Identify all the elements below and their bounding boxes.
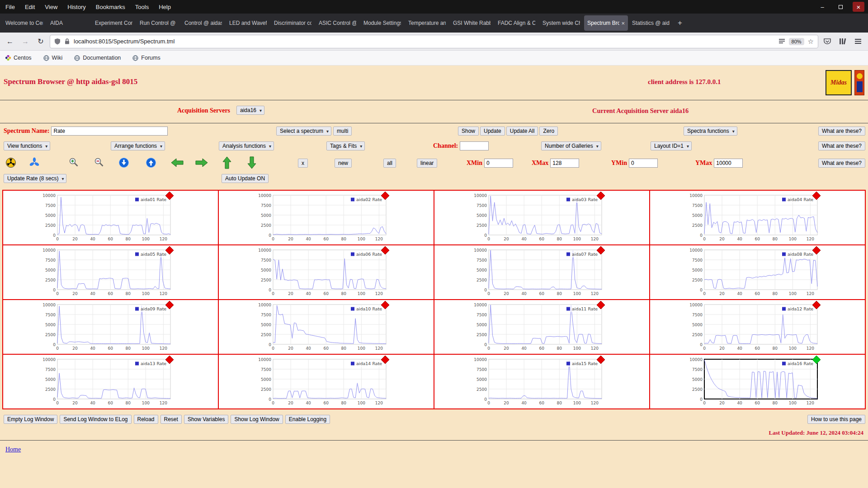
ymin-input[interactable] [629, 159, 658, 168]
gallery-cell-aida09[interactable]: 025005000750010000020406080100120aida09 … [3, 300, 219, 355]
reload-button[interactable]: Reload [134, 415, 158, 424]
zoom-in-icon[interactable] [69, 157, 79, 167]
analysis-functions-dropdown[interactable]: Analysis functions [219, 141, 274, 150]
menu-edit[interactable]: Edit [25, 4, 35, 10]
gallery-cell-aida06[interactable]: 025005000750010000020406080100120aida06 … [219, 245, 434, 300]
tab-4[interactable]: Run Control @ a [137, 15, 180, 31]
gallery-cell-aida14[interactable]: 025005000750010000020406080100120aida14 … [219, 355, 434, 409]
tab-11[interactable]: GSI White Rabb [450, 15, 494, 31]
send-log-window-to-elog-button[interactable]: Send Log Window to ELog [60, 415, 131, 424]
tab-12[interactable]: FADC Align & C [495, 15, 538, 31]
gallery-cell-aida10[interactable]: 025005000750010000020406080100120aida10 … [219, 300, 434, 355]
gallery-cell-aida13[interactable]: 025005000750010000020406080100120aida13 … [3, 355, 219, 409]
arrow-left-icon[interactable] [171, 158, 184, 167]
menu-view[interactable]: View [45, 4, 57, 10]
scroll-up-circle-icon[interactable] [146, 157, 156, 168]
minimize-button[interactable] [816, 2, 828, 12]
tab-13[interactable]: System wide Ch [539, 15, 583, 31]
view-functions-dropdown[interactable]: View functions [4, 141, 50, 150]
bookmark-star-icon[interactable] [808, 38, 814, 46]
tab-6[interactable]: LED and Wavefo [226, 15, 270, 31]
gallery-cell-aida01[interactable]: 025005000750010000020406080100120aida01 … [3, 191, 219, 245]
number-of-galleries-dropdown[interactable]: Number of Galleries [541, 141, 601, 150]
xmin-input[interactable] [484, 159, 513, 168]
scroll-down-circle-icon[interactable] [118, 157, 129, 168]
new-tab-button[interactable] [673, 15, 687, 31]
bookmark-centos[interactable]: Centos [5, 55, 32, 61]
maximize-button[interactable] [835, 2, 846, 12]
new-button[interactable]: new [335, 159, 352, 168]
reader-mode-icon[interactable] [778, 38, 785, 44]
reload-button[interactable] [34, 35, 47, 48]
update-rate-dropdown[interactable]: Update Rate (8 secs) [4, 174, 66, 183]
gallery-cell-aida08[interactable]: 025005000750010000020406080100120aida08 … [650, 245, 866, 300]
tags-fits-dropdown[interactable]: Tags & Fits [326, 141, 365, 150]
what-are-these-button[interactable]: What are these? [818, 159, 865, 168]
back-button[interactable] [4, 35, 16, 48]
gallery-cell-aida16[interactable]: 025005000750010000020406080100120aida16 … [650, 355, 866, 409]
spectrum-name-input[interactable] [51, 127, 168, 136]
zero-button[interactable]: Zero [539, 127, 558, 136]
zoom-level-badge[interactable]: 80% [789, 38, 804, 45]
tab-8[interactable]: ASIC Control @ [316, 15, 359, 31]
menu-help[interactable]: Help [159, 4, 171, 10]
show-log-window-button[interactable]: Show Log Window [231, 415, 283, 424]
xmax-input[interactable] [550, 159, 579, 168]
gallery-cell-aida04[interactable]: 025005000750010000020406080100120aida04 … [650, 191, 866, 245]
empty-log-window-button[interactable]: Empty Log Window [4, 415, 57, 424]
gallery-cell-aida12[interactable]: 025005000750010000020406080100120aida12 … [650, 300, 866, 355]
forward-button[interactable] [19, 35, 32, 48]
refresh-fan-icon[interactable] [29, 157, 40, 168]
linear-button[interactable]: linear [417, 159, 437, 168]
reset-button[interactable]: Reset [160, 415, 182, 424]
update-all-button[interactable]: Update All [506, 127, 538, 136]
tab-14[interactable]: Spectrum Bro [584, 15, 628, 31]
update-button[interactable]: Update [480, 127, 505, 136]
menu-file[interactable]: File [5, 4, 15, 10]
spectra-functions-dropdown[interactable]: Spectra functions [684, 127, 737, 136]
menu-tools[interactable]: Tools [135, 4, 149, 10]
gallery-cell-aida07[interactable]: 025005000750010000020406080100120aida07 … [434, 245, 650, 300]
auto-update-button[interactable]: Auto Update ON [222, 174, 269, 183]
gallery-cell-aida05[interactable]: 025005000750010000020406080100120aida05 … [3, 245, 219, 300]
gallery-cell-aida03[interactable]: 025005000750010000020406080100120aida03 … [434, 191, 650, 245]
gallery-cell-aida11[interactable]: 025005000750010000020406080100120aida11 … [434, 300, 650, 355]
zoom-out-icon[interactable] [94, 157, 104, 167]
channel-input[interactable] [460, 141, 489, 150]
hamburger-menu-icon[interactable] [852, 35, 864, 48]
layout-id-dropdown[interactable]: Layout ID=1 [651, 141, 692, 150]
tab-5[interactable]: Control @ aidas [181, 15, 225, 31]
multi-button[interactable]: multi [333, 127, 352, 136]
tab-10[interactable]: Temperature an [405, 15, 449, 31]
close-button[interactable] [853, 2, 864, 12]
gallery-cell-aida02[interactable]: 025005000750010000020406080100120aida02 … [219, 191, 434, 245]
tab-close-icon[interactable] [621, 20, 625, 27]
bookmark-documentation[interactable]: Documentation [74, 55, 121, 61]
tab-2[interactable]: AIDA [47, 15, 91, 31]
arrow-right-icon[interactable] [195, 158, 208, 167]
bookmark-wiki[interactable]: Wiki [43, 55, 63, 61]
home-link[interactable]: Home [5, 446, 21, 453]
what-are-these-button[interactable]: What are these? [818, 127, 865, 136]
tab-15[interactable]: Statistics @ aid [629, 15, 673, 31]
tab-3[interactable]: Experiment Con [92, 15, 136, 31]
save-to-pocket-icon[interactable] [821, 35, 834, 48]
menu-bookmarks[interactable]: Bookmarks [96, 4, 125, 10]
arrow-down-icon[interactable] [247, 156, 256, 169]
select-spectrum-dropdown[interactable]: Select a spectrum [276, 127, 331, 136]
tab-9[interactable]: Module Settings [360, 15, 404, 31]
tab-7[interactable]: Discriminator co [271, 15, 315, 31]
tab-1[interactable]: Welcome to Cen [2, 15, 46, 31]
library-icon[interactable] [836, 35, 849, 48]
url-bar[interactable]: localhost:8015/Spectrum/Spectrum.tml 80% [50, 35, 818, 48]
arrange-functions-dropdown[interactable]: Arrange functions [111, 141, 165, 150]
show-button[interactable]: Show [458, 127, 479, 136]
show-variables-button[interactable]: Show Variables [184, 415, 229, 424]
how-to-use-button[interactable]: How to use this page [807, 415, 865, 424]
all-button[interactable]: all [383, 159, 396, 168]
x-button[interactable]: x [298, 159, 308, 168]
gallery-cell-aida15[interactable]: 025005000750010000020406080100120aida15 … [434, 355, 650, 409]
radiation-icon[interactable] [5, 157, 16, 168]
acquisition-server-select[interactable]: aida16 [236, 106, 264, 115]
enable-logging-button[interactable]: Enable Logging [285, 415, 330, 424]
